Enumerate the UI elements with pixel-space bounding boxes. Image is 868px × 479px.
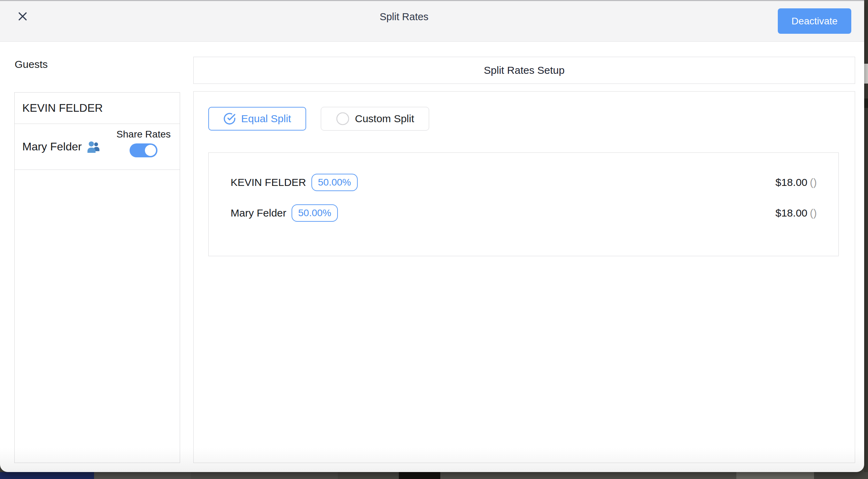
shared-guests-icon <box>87 141 100 153</box>
close-button[interactable] <box>15 9 30 24</box>
primary-guest-row[interactable]: KEVIN FELDER <box>15 93 180 124</box>
modal-title: Split Rates <box>380 11 428 23</box>
underlying-taskbar-segment <box>814 472 868 479</box>
custom-split-button[interactable]: Custom Split <box>321 107 429 131</box>
radio-circle-icon <box>336 112 350 126</box>
split-breakdown-box: KEVIN FELDER 50.00% $18.00() Mary Felder… <box>208 152 839 256</box>
split-rates-modal: Split Rates Deactivate Guests KEVIN FELD… <box>0 0 864 472</box>
setup-header: Split Rates Setup <box>193 57 855 84</box>
setup-title: Split Rates Setup <box>484 64 565 76</box>
underlying-taskbar-segment <box>0 472 94 479</box>
split-amount-suffix: () <box>810 207 817 219</box>
percent-input[interactable]: 50.00% <box>311 174 358 191</box>
guests-heading: Guests <box>15 58 48 70</box>
modal-header-bar: Split Rates Deactivate <box>0 0 864 42</box>
underlying-taskbar-segment <box>94 472 191 479</box>
deactivate-button[interactable]: Deactivate <box>778 8 851 34</box>
share-rates-label: Share Rates <box>116 129 171 140</box>
split-amount-suffix: () <box>810 176 817 188</box>
underlying-page-edge <box>864 0 868 472</box>
share-rates-toggle[interactable] <box>130 143 157 157</box>
toggle-thumb <box>145 145 156 156</box>
split-guest-name: Mary Felder <box>231 207 286 219</box>
underlying-page-fragment <box>864 99 868 108</box>
guest-row[interactable]: Mary Felder Share Rates <box>15 124 180 170</box>
underlying-taskbar-segment <box>440 472 736 479</box>
split-row: KEVIN FELDER 50.00% $18.00() <box>231 173 817 191</box>
equal-split-button[interactable]: Equal Split <box>208 107 306 131</box>
close-icon <box>17 10 29 22</box>
split-row: Mary Felder 50.00% $18.00() <box>231 204 817 222</box>
primary-guest-name: KEVIN FELDER <box>22 102 103 115</box>
underlying-taskbar-segment <box>399 472 440 479</box>
split-guest-name: KEVIN FELDER <box>231 176 306 188</box>
check-circle-icon <box>223 112 236 125</box>
guests-panel: KEVIN FELDER Mary Felder Share Rates <box>14 92 180 463</box>
setup-panel: Equal Split Custom Split Mar 19 - Apr 02… <box>193 91 855 463</box>
underlying-taskbar-segment <box>338 472 399 479</box>
percent-input[interactable]: 50.00% <box>292 204 338 222</box>
underlying-page-fragment <box>864 64 868 84</box>
share-rates-control: Share Rates <box>116 129 171 157</box>
guest-name: Mary Felder <box>22 140 82 153</box>
custom-split-label: Custom Split <box>355 113 414 125</box>
equal-split-label: Equal Split <box>241 113 291 125</box>
underlying-taskbar-segment <box>736 472 814 479</box>
split-amount: $18.00() <box>775 207 817 219</box>
split-amount: $18.00() <box>775 176 817 188</box>
top-hairline <box>0 0 864 1</box>
underlying-taskbar-segment <box>191 472 338 479</box>
